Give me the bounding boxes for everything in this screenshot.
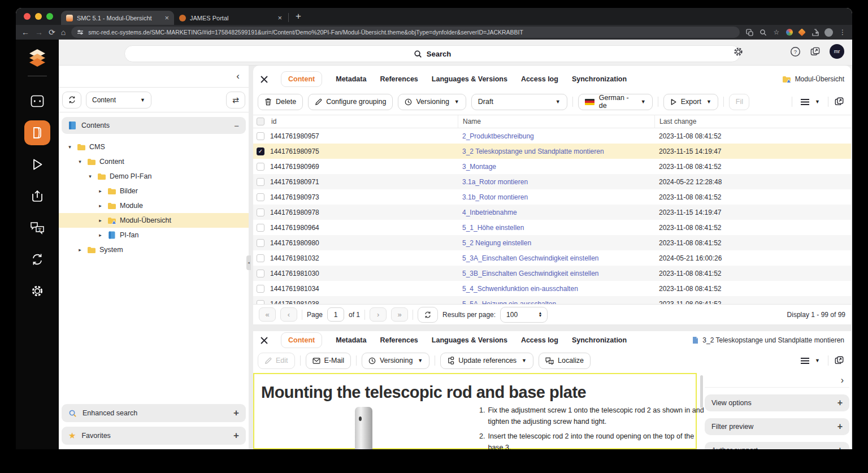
tab-close-icon[interactable]: ×: [164, 14, 169, 22]
close-icon[interactable]: [260, 336, 268, 345]
address-bar[interactable]: smc-red.ec-systems.de/SMC-MARKETING/#id=…: [71, 27, 740, 38]
row-checkbox[interactable]: [257, 285, 264, 293]
tab-references[interactable]: References: [380, 336, 418, 344]
tab-metadata[interactable]: Metadata: [336, 336, 366, 344]
extension-color-icon[interactable]: [786, 29, 793, 36]
export-button[interactable]: Export ▼: [663, 94, 718, 110]
table-row[interactable]: 14417619809733.1b_Rotor montieren2023-11…: [253, 189, 851, 205]
table-row[interactable]: 14417619810305_3B_Einschalten Geschwindi…: [253, 266, 851, 281]
versioning-button[interactable]: Versioning ▼: [362, 353, 429, 369]
rail-item-content[interactable]: [24, 120, 50, 145]
browser-tab-inactive[interactable]: JAMES Portal ×: [174, 11, 287, 25]
tab-metadata[interactable]: Metadata: [336, 75, 366, 83]
open-new-window-icon[interactable]: [834, 97, 844, 107]
reload-results-button[interactable]: [418, 307, 438, 323]
update-references-button[interactable]: Update references ▼: [440, 353, 533, 369]
edit-button[interactable]: Edit: [258, 353, 295, 369]
rail-item-settings[interactable]: [24, 279, 50, 303]
row-checkbox[interactable]: [257, 270, 264, 277]
cell-name-link[interactable]: 2_Produktbeschreibung: [462, 132, 659, 140]
table-row[interactable]: 14417619809693_Montage2023-11-08 08:41:5…: [253, 159, 851, 174]
cell-name-link[interactable]: 3_2 Teleskopstange und Standplatte monti…: [462, 147, 659, 155]
tab-languages-versions[interactable]: Languages & Versions: [432, 75, 507, 83]
column-header-last-change[interactable]: Last change: [654, 115, 851, 128]
external-window-icon[interactable]: [810, 46, 821, 57]
help-icon[interactable]: ?: [790, 46, 801, 57]
rail-item-translation[interactable]: 文: [24, 215, 50, 240]
close-window-button[interactable]: [24, 13, 31, 20]
collapse-minus-icon[interactable]: −: [234, 121, 239, 131]
table-row[interactable]: 14417619809805_2 Neigung einstellen2023-…: [253, 235, 851, 250]
search-input[interactable]: Search: [124, 45, 740, 62]
detail-menu-button[interactable]: ▼: [798, 353, 822, 369]
tab-synchronization[interactable]: Synchronization: [572, 336, 627, 344]
section-author-support[interactable]: Author support +: [705, 442, 849, 449]
row-checkbox[interactable]: [257, 300, 264, 305]
open-new-window-icon[interactable]: [834, 355, 844, 366]
caret-icon[interactable]: ▾: [67, 144, 73, 150]
caret-icon[interactable]: ▾: [87, 173, 93, 179]
tab-access-log[interactable]: Access log: [521, 75, 558, 83]
prev-page-button[interactable]: ‹: [280, 307, 297, 322]
favorites-section[interactable]: ★ Favorites +: [62, 427, 246, 445]
settings-gear-icon[interactable]: [733, 46, 744, 57]
bookmark-star-icon[interactable]: ☆: [772, 28, 780, 36]
last-page-button[interactable]: »: [391, 307, 408, 322]
cell-name-link[interactable]: 5_5A_Heizung ein-ausschalten: [462, 300, 659, 305]
caret-icon[interactable]: ▸: [77, 247, 83, 253]
caret-icon[interactable]: ▸: [97, 203, 103, 209]
expand-plus-icon[interactable]: +: [233, 407, 239, 419]
cell-name-link[interactable]: 5_3A_Einschalten Geschwindigkeit einstel…: [462, 254, 659, 262]
first-page-button[interactable]: «: [259, 307, 276, 322]
maximize-window-button[interactable]: [46, 13, 53, 20]
expand-plus-icon[interactable]: +: [233, 430, 239, 441]
delete-button[interactable]: Delete: [258, 94, 303, 110]
results-per-page-select[interactable]: 100 ▴▾: [500, 307, 548, 323]
cell-name-link[interactable]: 3_Montage: [462, 163, 659, 171]
tab-content[interactable]: Content: [281, 332, 322, 348]
tree-item-modul-uebersicht[interactable]: ▸ Modul-Übersicht: [59, 213, 249, 228]
row-checkbox[interactable]: [257, 132, 264, 140]
site-info-icon[interactable]: [77, 29, 84, 36]
tab-references[interactable]: References: [380, 75, 418, 83]
versioning-button[interactable]: Versioning ▼: [398, 94, 466, 110]
tab-access-log[interactable]: Access log: [521, 336, 558, 344]
cell-name-link[interactable]: 4_Inbetriebnahme: [462, 209, 659, 216]
back-icon[interactable]: ←: [21, 28, 29, 36]
row-checkbox[interactable]: [257, 193, 264, 201]
tree-item-system[interactable]: ▸ System: [59, 242, 249, 257]
table-row[interactable]: 14417619810325_3A_Einschalten Geschwindi…: [253, 250, 851, 266]
column-header-name[interactable]: Name: [458, 115, 659, 128]
minimize-window-button[interactable]: [35, 13, 42, 20]
section-filter-preview[interactable]: Filter preview +: [705, 418, 849, 435]
tree-refresh-button[interactable]: [62, 92, 81, 109]
cell-name-link[interactable]: 3.1b_Rotor montieren: [462, 193, 659, 201]
translate-icon[interactable]: [745, 28, 753, 36]
tree-item-module[interactable]: ▸ Module: [59, 198, 249, 213]
rail-item-publish[interactable]: [24, 184, 50, 209]
caret-icon[interactable]: ▸: [97, 218, 103, 223]
browser-profile-avatar[interactable]: [824, 28, 833, 37]
table-row[interactable]: 14417619809645_1_Höhe einstellen2023-11-…: [253, 220, 851, 235]
document-preview[interactable]: Mounting the telescopic rod and base pla…: [253, 373, 697, 449]
zoom-icon[interactable]: [759, 28, 767, 36]
enhanced-search-section[interactable]: Enhanced search +: [62, 404, 246, 422]
table-row[interactable]: 14417619809713.1a_Rotor montieren2024-05…: [253, 174, 851, 189]
tree-item-bilder[interactable]: ▸ Bilder: [59, 184, 249, 198]
tab-close-icon[interactable]: ×: [277, 14, 282, 22]
tab-content[interactable]: Content: [281, 71, 322, 87]
list-menu-button[interactable]: ▼: [798, 94, 822, 110]
home-icon[interactable]: ⌂: [61, 28, 66, 36]
tree-item-content[interactable]: ▾ Content: [59, 154, 249, 169]
caret-icon[interactable]: ▸: [97, 232, 103, 238]
table-row[interactable]: 14417619809784_Inbetriebnahme2023-11-15 …: [253, 205, 851, 220]
email-button[interactable]: E-Mail: [306, 353, 351, 369]
row-checkbox[interactable]: [257, 209, 264, 216]
localize-button[interactable]: 文 Localize: [539, 353, 591, 369]
browser-tab-active[interactable]: SMC 5.1 - Modul-Übersicht ×: [61, 11, 174, 25]
cell-name-link[interactable]: 5_1_Höhe einstellen: [462, 224, 659, 232]
column-header-id[interactable]: id: [270, 115, 462, 128]
reload-icon[interactable]: ⟳: [49, 28, 55, 36]
cell-name-link[interactable]: 5_3B_Einschalten Geschwindigkeit einstel…: [462, 270, 659, 277]
expand-panel-icon[interactable]: ›: [841, 375, 844, 385]
